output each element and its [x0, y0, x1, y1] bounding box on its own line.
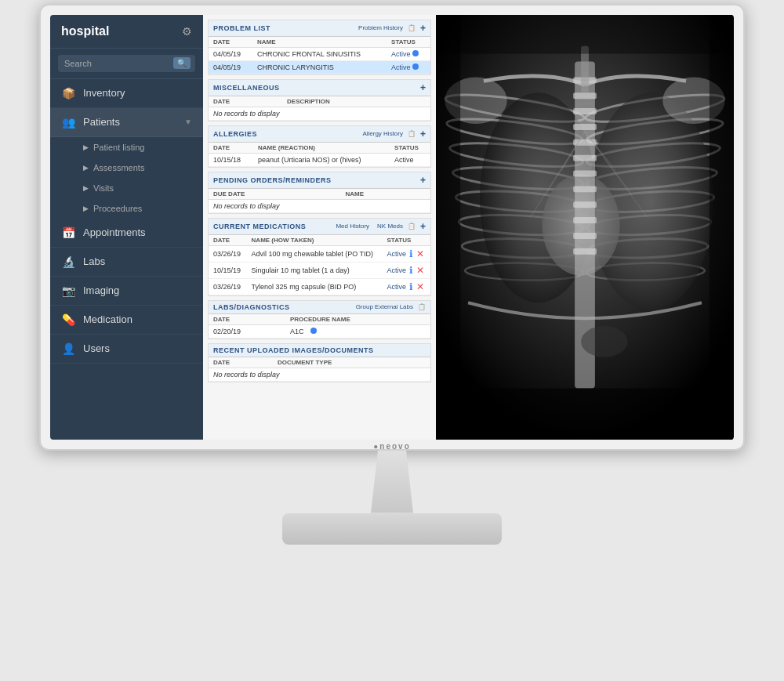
- allergies-add-button[interactable]: +: [420, 129, 426, 139]
- svg-rect-30: [573, 217, 597, 223]
- svg-rect-28: [573, 186, 597, 192]
- labs-icon: 🔬: [61, 255, 75, 268]
- medications-add-button[interactable]: +: [420, 221, 426, 232]
- group-external-labs-link[interactable]: Group External Labs: [356, 303, 413, 310]
- svg-rect-23: [573, 108, 597, 114]
- pending-orders-header: Pending Orders/Reminders +: [209, 172, 430, 189]
- info-icon[interactable]: ℹ: [409, 248, 413, 259]
- sidebar-nav: 📦 Inventory 👥 Patients ▼ ▶ Patient listi…: [50, 79, 203, 440]
- action-icons: Active ℹ ✕: [387, 248, 426, 259]
- current-medications-header: Current Medications Med History NK Meds …: [209, 219, 430, 235]
- sidebar-label-visits: Visits: [93, 183, 114, 193]
- med-name-2: Singulair 10 mg tablet (1 a day): [247, 262, 383, 278]
- delete-icon[interactable]: ✕: [416, 265, 424, 276]
- col-date: DATE: [209, 357, 273, 368]
- pending-orders-table: DUE DATE NAME No records to display: [209, 189, 430, 213]
- xray-image: [436, 15, 734, 440]
- imaging-icon: 📷: [61, 284, 75, 297]
- sidebar-item-visits[interactable]: ▶ Visits: [50, 178, 203, 198]
- svg-rect-26: [573, 154, 597, 161]
- med-name-3: Tylenol 325 mg capsule (BID PO): [247, 278, 383, 295]
- svg-rect-24: [573, 123, 597, 129]
- lab-date-1: 02/20/19: [209, 324, 285, 338]
- delete-icon[interactable]: ✕: [416, 281, 424, 292]
- sidebar-item-appointments[interactable]: 📅 Appointments: [50, 219, 203, 248]
- labs-icon: 📋: [418, 303, 426, 310]
- chevron-down-icon: ▼: [184, 118, 192, 126]
- sidebar-label-appointments: Appointments: [83, 226, 192, 238]
- sidebar-item-patients[interactable]: 👥 Patients ▼: [50, 108, 203, 137]
- problem-date-1: 04/05/19: [209, 47, 252, 60]
- monitor-screen: hospital ⚙ 🔍 📦 Inventory: [50, 15, 734, 440]
- allergies-section: Allergies Allergy History 📋 + DATE NAME …: [208, 125, 431, 168]
- sidebar-item-inventory[interactable]: 📦 Inventory: [50, 79, 203, 108]
- table-row: No records to display: [209, 368, 430, 381]
- sidebar-item-patient-listing[interactable]: ▶ Patient listing: [50, 137, 203, 158]
- gear-icon[interactable]: ⚙: [182, 25, 192, 38]
- col-description: DESCRIPTION: [282, 96, 430, 107]
- monitor-neck: [368, 451, 416, 513]
- pending-orders-title: Pending Orders/Reminders: [213, 176, 332, 184]
- col-due-date: DUE DATE: [209, 189, 340, 200]
- table-row[interactable]: 04/05/19 CHRONIC FRONTAL SINUSITIS Activ…: [209, 47, 430, 60]
- table-row[interactable]: 02/20/19 A1C: [209, 324, 430, 338]
- sidebar-item-assessments[interactable]: ▶ Assessments: [50, 158, 203, 178]
- table-row[interactable]: 04/05/19 CHRONIC LARYNGITIS Active: [209, 60, 430, 74]
- medications-table: DATE NAME (HOW TAKEN) STATUS 03/26/19 Ad…: [209, 235, 430, 295]
- info-icon[interactable]: ℹ: [409, 281, 413, 292]
- problem-status-1: Active: [387, 47, 430, 60]
- allergy-status-1: Active: [390, 153, 430, 166]
- delete-icon[interactable]: ✕: [416, 248, 424, 259]
- col-procedure-name: PROCEDURE NAME: [285, 314, 430, 325]
- info-icon[interactable]: ℹ: [409, 265, 413, 276]
- table-row[interactable]: 10/15/19 Singulair 10 mg tablet (1 a day…: [209, 262, 430, 278]
- problem-list-add-button[interactable]: +: [420, 23, 426, 34]
- history-icon: 📋: [408, 24, 416, 31]
- table-row[interactable]: 03/26/19 Tylenol 325 mg capsule (BID PO)…: [209, 278, 430, 295]
- search-button[interactable]: 🔍: [173, 57, 191, 69]
- allergy-date-1: 10/15/18: [209, 153, 253, 166]
- sidebar-label-inventory: Inventory: [83, 87, 192, 99]
- pending-orders-add-button[interactable]: +: [420, 175, 426, 186]
- problem-list-title: Problem List: [213, 24, 270, 32]
- miscellaneous-section: Miscellaneous + DATE DESCRIPTION N: [208, 79, 431, 121]
- col-name-how-taken: NAME (HOW TAKEN): [247, 235, 383, 246]
- labs-diagnostics-title: Labs/Diagnostics: [213, 303, 290, 311]
- table-row: No records to display: [209, 199, 430, 212]
- xray-panel: [436, 15, 734, 440]
- sub-chevron-icon: ▶: [83, 184, 89, 192]
- med-history-link[interactable]: Med History: [336, 223, 369, 230]
- sidebar-label-users: Users: [83, 342, 192, 354]
- pending-orders-section: Pending Orders/Reminders + DUE DATE NAME: [208, 172, 431, 214]
- table-row[interactable]: 03/26/19 Advil 100 mg chewable tablet (P…: [209, 245, 430, 262]
- sidebar-item-medication[interactable]: 💊 Medication: [50, 306, 203, 335]
- action-icons: Active ℹ ✕: [387, 281, 426, 292]
- users-icon: 👤: [61, 342, 75, 355]
- miscellaneous-add-button[interactable]: +: [420, 82, 426, 93]
- med-name-1: Advil 100 mg chewable tablet (PO TID): [247, 245, 383, 262]
- svg-rect-43: [437, 15, 732, 54]
- med-date-1: 03/26/19: [209, 245, 247, 262]
- sidebar-item-users[interactable]: 👤 Users: [50, 335, 203, 364]
- sidebar-item-labs[interactable]: 🔬 Labs: [50, 248, 203, 277]
- recent-uploads-section: Recent Uploaded Images/Documents DATE DO…: [208, 343, 431, 382]
- nk-meds-link[interactable]: NK Meds: [377, 223, 403, 230]
- allergy-history-link[interactable]: Allergy History: [362, 130, 403, 137]
- action-icons: Active ℹ ✕: [387, 265, 426, 276]
- sidebar-item-imaging[interactable]: 📷 Imaging: [50, 277, 203, 306]
- lab-name-1: A1C: [285, 324, 430, 338]
- monitor-brand-label: ●neovo: [373, 442, 411, 451]
- sidebar-item-procedures[interactable]: ▶ Proceedures: [50, 198, 203, 219]
- table-row[interactable]: 10/15/18 peanut (Urticaria NOS) or (hive…: [209, 153, 430, 166]
- problem-list-actions: Problem History 📋 +: [358, 23, 426, 34]
- col-status: STATUS: [387, 37, 430, 48]
- svg-rect-45: [437, 15, 460, 440]
- problem-history-link[interactable]: Problem History: [358, 24, 403, 31]
- svg-point-42: [581, 326, 628, 357]
- problem-name-1: CHRONIC FRONTAL SINUSITIS: [252, 47, 387, 60]
- appointments-icon: 📅: [61, 226, 75, 239]
- allergy-name-1: peanut (Urticaria NOS) or (hives): [253, 153, 390, 166]
- recent-uploads-table: DATE DOCUMENT TYPE No records to display: [209, 357, 430, 382]
- inventory-icon: 📦: [61, 87, 75, 100]
- labs-table: DATE PROCEDURE NAME 02/20/19 A1C: [209, 314, 430, 339]
